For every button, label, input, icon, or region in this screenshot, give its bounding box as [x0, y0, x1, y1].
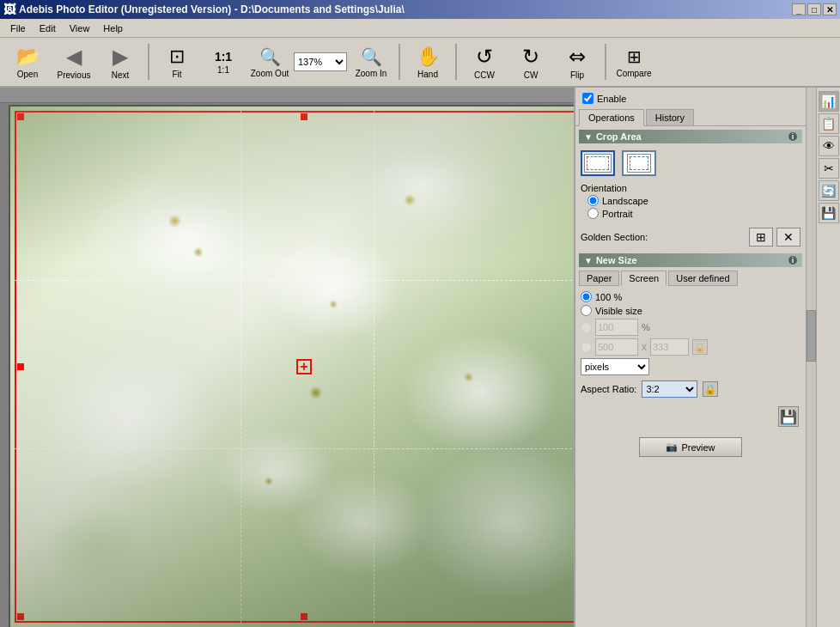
zoom-out-button[interactable]: 🔍 Zoom Out — [247, 40, 292, 84]
crop-tool-btn[interactable]: ✂ — [819, 158, 839, 179]
orientation-label: Orientation — [581, 183, 800, 193]
crop-area-title: Crop Area — [596, 131, 642, 142]
zoom-out-label: Zoom Out — [251, 69, 289, 78]
menu-edit[interactable]: Edit — [33, 21, 63, 35]
crop-collapse-btn[interactable]: ▼ — [584, 132, 593, 142]
cw-button[interactable]: ↻ CW — [508, 40, 553, 84]
crop-tool-icon: ✂ — [824, 161, 834, 175]
lock-button[interactable]: 🔒 — [692, 339, 708, 355]
next-button[interactable]: ▶ Next — [98, 40, 143, 84]
crop-handle-bot-left — [17, 613, 24, 620]
orientation-section: Orientation Landscape Portrait — [579, 180, 802, 224]
golden-buttons: ⊞ ✕ — [749, 228, 800, 247]
eye-icon: 👁 — [823, 139, 835, 153]
grid-v2 — [374, 111, 374, 623]
histogram-btn[interactable]: 📊 — [819, 91, 839, 112]
1to1-label: 1:1 — [217, 65, 229, 75]
ccw-button[interactable]: ↺ CCW — [462, 40, 507, 84]
layers-icon: 📋 — [821, 117, 836, 131]
preset-btn-1[interactable] — [581, 150, 615, 176]
crop-handle-bot-mid — [301, 613, 307, 620]
right-panel: Enable Operations History ▼ Crop Area i — [574, 88, 806, 627]
radio-100percent[interactable] — [581, 291, 592, 302]
option-100percent: 100 % — [581, 291, 800, 302]
app-title: Adebis Photo Editor (Unregistered Versio… — [19, 3, 792, 15]
aspect-ratio-select[interactable]: 3:2 4:3 16:9 1:1 Free — [642, 380, 697, 398]
option-visible: Visible size — [581, 305, 800, 316]
canvas-top-bar — [0, 88, 574, 103]
minimize-button[interactable]: _ — [792, 3, 806, 15]
close-button[interactable]: ✕ — [823, 3, 837, 15]
maximize-button[interactable]: □ — [807, 3, 821, 15]
preview-icon: 📷 — [666, 441, 678, 453]
menu-help[interactable]: Help — [96, 21, 130, 35]
toolbar-separator-4 — [605, 44, 606, 80]
1to1-button[interactable]: 1:1 1:1 — [201, 40, 246, 84]
layers-btn[interactable]: 📋 — [819, 113, 839, 134]
flip-button[interactable]: ⇔ Flip — [555, 40, 600, 84]
ccw-icon: ↺ — [476, 45, 493, 69]
previous-label: Previous — [58, 70, 91, 80]
crop-handle-top-mid — [301, 113, 307, 120]
scroll-thumb[interactable] — [807, 310, 816, 362]
preview-button[interactable]: 📷 Preview — [639, 437, 742, 457]
rotate-tool-btn[interactable]: 🔄 — [819, 180, 839, 201]
preset-thumb-inner-2 — [630, 156, 648, 170]
toolbar-separator-2 — [399, 44, 400, 80]
radio-landscape-row: Landscape — [587, 195, 794, 206]
canvas-inner[interactable] — [9, 105, 574, 627]
enable-checkbox[interactable] — [582, 93, 593, 104]
radio-visible[interactable] — [581, 305, 592, 316]
menu-view[interactable]: View — [63, 21, 97, 35]
compare-icon: ⊞ — [627, 46, 642, 67]
radio-custom-px[interactable] — [581, 342, 592, 353]
photo-image — [10, 107, 574, 627]
hand-icon: ✋ — [417, 46, 440, 68]
rotate-tool-icon: 🔄 — [821, 184, 836, 198]
crop-area-header: ▼ Crop Area i — [579, 130, 802, 143]
aspect-select-wrapper: 3:2 4:3 16:9 1:1 Free — [642, 380, 697, 398]
radio-custom-percent[interactable] — [581, 322, 592, 333]
golden-label: Golden Section: — [581, 232, 648, 242]
size-tab-screen[interactable]: Screen — [621, 271, 667, 286]
eye-btn[interactable]: 👁 — [819, 136, 839, 156]
fit-label: Fit — [172, 70, 181, 79]
preset-btn-2[interactable] — [622, 150, 656, 176]
open-button[interactable]: 📂 Open — [5, 40, 50, 84]
zoom-out-icon: 🔍 — [259, 46, 281, 67]
tab-operations[interactable]: Operations — [579, 109, 644, 126]
enable-label: Enable — [597, 94, 626, 104]
radio-portrait[interactable] — [587, 208, 599, 219]
custom-px-row: x 🔒 — [581, 338, 800, 356]
new-size-collapse-btn[interactable]: ▼ — [584, 256, 593, 265]
save-button[interactable]: 💾 — [778, 406, 799, 427]
size-tab-user[interactable]: User defined — [668, 271, 737, 286]
new-size-header: ▼ New Size i — [579, 253, 802, 267]
golden-grid-btn[interactable]: ⊞ — [749, 228, 773, 247]
grid-lines — [15, 111, 574, 623]
radio-landscape[interactable] — [587, 195, 599, 206]
compare-button[interactable]: ⊞ Compare — [612, 40, 656, 84]
cw-icon: ↻ — [522, 45, 539, 69]
zoom-select[interactable]: 50% 75% 100% 137% 150% 200% — [294, 52, 347, 71]
save-btn-row: 💾 — [579, 403, 802, 430]
unit-row: pixels inches cm mm — [581, 358, 800, 375]
aspect-lock-button[interactable]: 🔒 — [703, 381, 718, 397]
scroll-bar[interactable] — [806, 88, 816, 627]
zoom-in-icon: 🔍 — [361, 46, 382, 67]
crop-handle-top-left — [17, 113, 24, 120]
tab-history[interactable]: History — [646, 109, 694, 125]
right-icons: 📊 📋 👁 ✂ 🔄 💾 — [816, 88, 840, 627]
save-tool-btn[interactable]: 💾 — [819, 203, 839, 223]
menu-file[interactable]: File — [3, 21, 33, 35]
unit-select[interactable]: pixels inches cm mm — [581, 358, 649, 375]
previous-button[interactable]: ◀ Previous — [52, 40, 96, 84]
menu-bar: File Edit View Help — [0, 19, 840, 38]
size-tab-paper[interactable]: Paper — [579, 271, 619, 286]
zoom-in-button[interactable]: 🔍 Zoom In — [349, 40, 393, 84]
canvas-area[interactable] — [0, 88, 574, 627]
flip-icon: ⇔ — [569, 45, 586, 69]
golden-x-btn[interactable]: ✕ — [776, 228, 800, 247]
hand-button[interactable]: ✋ Hand — [405, 40, 450, 84]
fit-button[interactable]: ⊡ Fit — [155, 40, 199, 84]
